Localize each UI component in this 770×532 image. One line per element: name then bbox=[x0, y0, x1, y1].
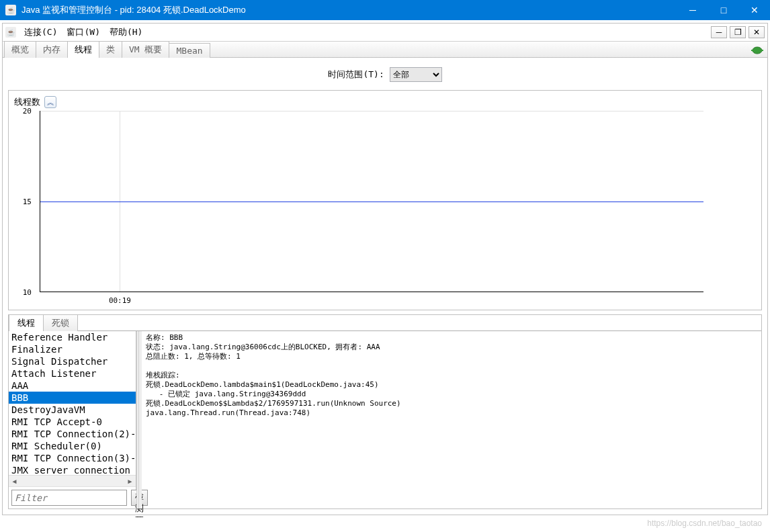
svg-point-0 bbox=[753, 47, 762, 54]
ytick: 15 bbox=[23, 197, 32, 206]
subtab-deadlocks[interactable]: 死锁 bbox=[43, 314, 78, 331]
java-icon: ☕ bbox=[5, 5, 16, 15]
menu-help[interactable]: 帮助(H) bbox=[105, 24, 146, 40]
svg-rect-2 bbox=[761, 50, 763, 51]
tab-classes[interactable]: 类 bbox=[99, 41, 122, 58]
time-range-label: 时间范围(T): bbox=[328, 69, 384, 79]
thread-item[interactable]: Reference Handler bbox=[9, 331, 136, 343]
tab-threads[interactable]: 线程 bbox=[67, 41, 99, 58]
tab-memory[interactable]: 内存 bbox=[36, 41, 68, 58]
thread-item[interactable]: Signal Dispatcher bbox=[9, 355, 136, 367]
inner-restore-button[interactable]: ❐ bbox=[730, 26, 746, 38]
maximize-button[interactable]: □ bbox=[708, 0, 739, 20]
thread-item[interactable]: AAA bbox=[9, 380, 136, 392]
time-range-select[interactable]: 全部 bbox=[390, 67, 442, 82]
xtick: 00:19 bbox=[109, 296, 131, 305]
time-range-row: 时间范围(T): 全部 bbox=[8, 63, 762, 90]
thread-item[interactable]: BBB bbox=[9, 392, 136, 404]
inner-frame: ☕ 连接(C) 窗口(W) 帮助(H) ─ ❐ ✕ 概览 内存 线程 类 VM … bbox=[2, 23, 768, 515]
scroll-right-icon[interactable]: ► bbox=[124, 476, 136, 487]
thread-item[interactable]: Attach Listener bbox=[9, 367, 136, 380]
thread-item[interactable]: RMI TCP Accept-0 bbox=[9, 416, 136, 428]
main-tabstrip: 概览 内存 线程 类 VM 概要 MBean bbox=[3, 42, 767, 58]
collapse-chart-button[interactable]: ︽ bbox=[44, 96, 56, 108]
filter-input[interactable] bbox=[11, 490, 127, 506]
chart-canvas: 20 15 10 00:19 峰值 15 活动线程 15 bbox=[34, 111, 756, 292]
thread-list[interactable]: Reference HandlerFinalizerSignal Dispatc… bbox=[9, 331, 136, 475]
thread-item[interactable]: RMI Scheduler(0) bbox=[9, 440, 136, 452]
chart-line bbox=[40, 202, 703, 202]
inner-minimize-button[interactable]: ─ bbox=[711, 26, 727, 38]
thread-item[interactable]: JMX server connection bbox=[9, 464, 136, 475]
minimize-button[interactable]: ─ bbox=[677, 0, 708, 20]
menu-window[interactable]: 窗口(W) bbox=[62, 24, 103, 40]
connection-status-icon bbox=[751, 46, 763, 55]
ytick: 10 bbox=[23, 288, 32, 297]
titlebar: ☕ Java 监视和管理控制台 - pid: 28404 死锁.DeadLock… bbox=[0, 0, 770, 20]
thread-detail: 名称: BBB 状态: java.lang.String@36006cdc上的B… bbox=[139, 331, 761, 508]
svg-rect-1 bbox=[751, 50, 754, 51]
thread-item[interactable]: Finalizer bbox=[9, 343, 136, 355]
scroll-left-icon[interactable]: ◄ bbox=[9, 476, 20, 487]
tab-overview[interactable]: 概览 bbox=[4, 41, 36, 58]
window-title: Java 监视和管理控制台 - pid: 28404 死锁.DeadLockDe… bbox=[22, 4, 677, 16]
ytick: 20 bbox=[23, 107, 32, 116]
subtab-threads[interactable]: 线程 bbox=[9, 314, 44, 331]
tab-mbean[interactable]: MBean bbox=[169, 43, 210, 58]
thread-list-hscroll[interactable]: ◄ ► bbox=[9, 475, 136, 486]
menu-connect[interactable]: 连接(C) bbox=[20, 24, 61, 40]
thread-item[interactable]: RMI TCP Connection(2)- bbox=[9, 428, 136, 440]
close-button[interactable]: ✕ bbox=[739, 0, 770, 20]
inner-close-button[interactable]: ✕ bbox=[748, 26, 765, 38]
thread-item[interactable]: RMI TCP Connection(3)- bbox=[9, 452, 136, 464]
tab-vm[interactable]: VM 概要 bbox=[122, 41, 169, 58]
chart-section: 线程数 ︽ 20 15 10 00:19 峰值 15 bbox=[8, 90, 762, 310]
java-icon-small: ☕ bbox=[5, 27, 16, 38]
threads-panel: 线程 死锁 Reference HandlerFinalizerSignal D… bbox=[8, 314, 762, 509]
thread-item[interactable]: DestroyJavaVM bbox=[9, 404, 136, 416]
